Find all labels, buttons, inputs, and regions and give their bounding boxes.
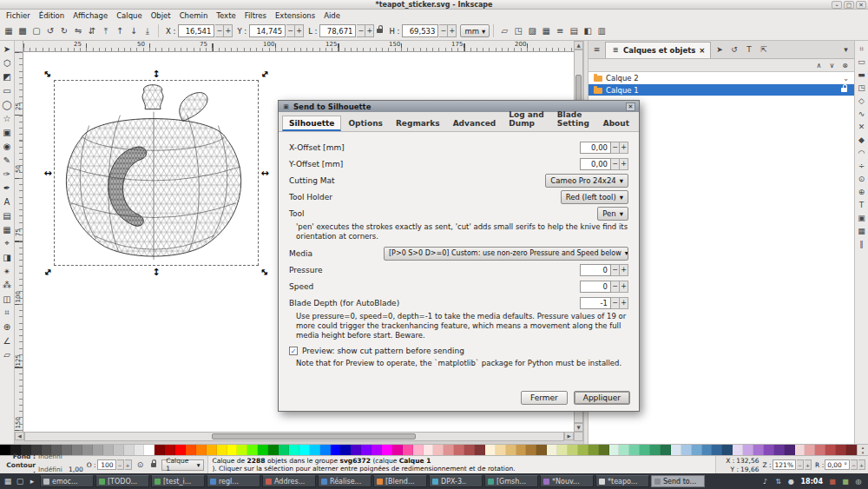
snap-bbox-edges-icon[interactable]: ▬	[856, 69, 868, 81]
shape-builder-tool[interactable]: ◩	[0, 69, 14, 83]
palette-swatch[interactable]	[629, 445, 640, 455]
menu-item[interactable]: Objet	[147, 10, 175, 22]
palette-swatch[interactable]	[774, 445, 785, 455]
palette-swatch[interactable]	[712, 445, 722, 455]
palette-swatch[interactable]	[279, 445, 289, 455]
Calque 2[interactable]: Calque 2 ⌄	[589, 72, 854, 84]
flip-horizontal-icon[interactable]: ⇋	[71, 24, 85, 38]
zoom-field[interactable]: 121%	[773, 459, 796, 470]
palette-swatch[interactable]	[103, 445, 114, 455]
horizontal-scrollbar[interactable]: ◀ ▶	[15, 432, 574, 441]
height-field[interactable]: 69,533	[402, 24, 438, 37]
palette-swatch[interactable]	[247, 445, 258, 455]
snap-bbox-corners-icon[interactable]: ◳	[856, 82, 868, 94]
palette-swatch[interactable]	[650, 445, 661, 455]
width-increment-button[interactable]: +	[365, 24, 374, 37]
move-patterns-toggle-icon[interactable]: ▦	[539, 24, 553, 38]
palette-swatch[interactable]	[578, 445, 589, 455]
fill-stroke-dialog-icon[interactable]: ◧	[581, 24, 595, 38]
speed-decrement[interactable]: −	[611, 281, 620, 293]
palette-swatch[interactable]	[599, 445, 609, 455]
palette-swatch[interactable]	[557, 445, 568, 455]
x-offset-increment[interactable]: +	[620, 142, 628, 154]
scale-handle-bottom-right[interactable]: ↔	[258, 265, 273, 280]
x-offset-field[interactable]: 0,00	[580, 142, 611, 154]
palette-swatch[interactable]	[165, 445, 175, 455]
scale-handle-bottom[interactable]: ↕	[151, 267, 161, 277]
x-offset-decrement[interactable]: −	[611, 142, 620, 154]
taskbar-window-button[interactable]: DPX-3..	[429, 475, 483, 487]
blade-depth-increment[interactable]: +	[620, 297, 628, 309]
layer-delete-icon[interactable]: ⊗	[839, 60, 851, 71]
selector-tool[interactable]: ➤	[0, 42, 14, 56]
palette-swatch[interactable]	[392, 445, 403, 455]
star-tool[interactable]: ☆	[0, 111, 14, 125]
palette-swatch[interactable]	[506, 445, 516, 455]
menu-item[interactable]: Fichier	[2, 10, 35, 22]
dialog-tab[interactable]: Advanced	[447, 116, 503, 131]
palette-swatch[interactable]	[805, 445, 815, 455]
layer-lower-icon[interactable]: ∨	[826, 60, 838, 71]
height-increment-button[interactable]: +	[448, 24, 457, 37]
snap-intersections-icon[interactable]: ✕	[856, 121, 868, 133]
apply-button[interactable]: Appliquer	[574, 391, 630, 405]
zoom-tool[interactable]: ⊕	[0, 320, 14, 334]
snap-smooth-nodes-icon[interactable]: ◠	[856, 147, 868, 159]
palette-swatch[interactable]	[186, 445, 196, 455]
snap-object-centers-icon[interactable]: ⊙	[856, 173, 868, 185]
layer-folder-icon[interactable]	[594, 76, 602, 82]
unit-select[interactable]: mm▾	[460, 24, 490, 37]
pencil-tool[interactable]: ✎	[0, 153, 14, 167]
media-select[interactable]: [P>0 S>0 D>=0] Custom: use non-zero Pres…	[384, 247, 628, 261]
taskbar-window-button[interactable]: *teapo...	[595, 475, 649, 487]
taskbar-window-button[interactable]: [Gmsh...	[484, 475, 538, 487]
palette-swatch[interactable]	[124, 445, 135, 455]
maximize-button[interactable]: ▢	[844, 1, 854, 9]
Calque 1[interactable]: Calque 1 ⌄	[589, 84, 854, 96]
scale-handle-top-left[interactable]: ↔	[41, 67, 56, 82]
palette-swatch[interactable]	[795, 445, 806, 455]
bucket-tool[interactable]: ◨	[0, 250, 14, 264]
preview-checkbox[interactable]: ✓	[289, 347, 298, 355]
menu-item[interactable]: Chemin	[175, 10, 213, 22]
layer-lock-icon[interactable]	[841, 88, 847, 92]
palette-swatch[interactable]	[196, 445, 207, 455]
dialog-tab[interactable]: Log and Dump	[503, 108, 549, 131]
scroll-left-icon[interactable]: ◀	[15, 432, 24, 440]
scale-stroke-toggle-icon[interactable]: ▱	[497, 24, 511, 38]
opacity-field[interactable]: 100	[97, 459, 116, 470]
updates-icon[interactable]: ■	[827, 476, 838, 486]
palette-swatch[interactable]	[433, 445, 444, 455]
tool-holder-select[interactable]: Red (left tool)▾	[561, 190, 628, 204]
taskbar-window-button[interactable]: [Blend...	[373, 475, 427, 487]
dialog-undo-history-icon[interactable]: ↺	[727, 43, 740, 56]
palette-swatch[interactable]	[536, 445, 547, 455]
palette-swatch[interactable]	[310, 445, 320, 455]
raise-to-top-icon[interactable]: ⤒	[99, 24, 113, 38]
palette-swatch[interactable]	[743, 445, 753, 455]
pressure-decrement[interactable]: −	[611, 264, 620, 276]
snap-text-baseline-icon[interactable]: T	[856, 199, 868, 211]
palette-swatch[interactable]	[836, 445, 846, 455]
palette-swatch[interactable]	[722, 445, 733, 455]
snap-midpoints-icon[interactable]: ÷	[856, 160, 868, 172]
x-decrement-button[interactable]: −	[215, 24, 224, 37]
layer-folder-icon[interactable]	[594, 88, 602, 94]
snap-page-border-icon[interactable]: ▣	[856, 212, 868, 224]
scale-handle-left[interactable]: ↔	[43, 168, 53, 178]
speed-increment[interactable]: +	[620, 281, 628, 293]
palette-swatch[interactable]	[424, 445, 434, 455]
palette-swatch[interactable]	[609, 445, 620, 455]
raise-icon[interactable]: ↑	[113, 24, 127, 38]
palette-swatch[interactable]	[268, 445, 279, 455]
current-layer-select[interactable]: Calque 1▾	[161, 459, 204, 471]
scale-handle-top[interactable]: ↕	[151, 69, 161, 79]
palette-swatch[interactable]	[454, 445, 464, 455]
palette-swatch[interactable]	[692, 445, 702, 455]
palette-swatch[interactable]	[671, 445, 681, 455]
menu-item[interactable]: Édition	[35, 10, 69, 22]
volume-icon[interactable]: ♪	[760, 476, 771, 486]
palette-swatch[interactable]	[496, 445, 506, 455]
close-dialog-button[interactable]: Fermer	[521, 391, 568, 405]
y-increment-button[interactable]: +	[295, 24, 304, 37]
